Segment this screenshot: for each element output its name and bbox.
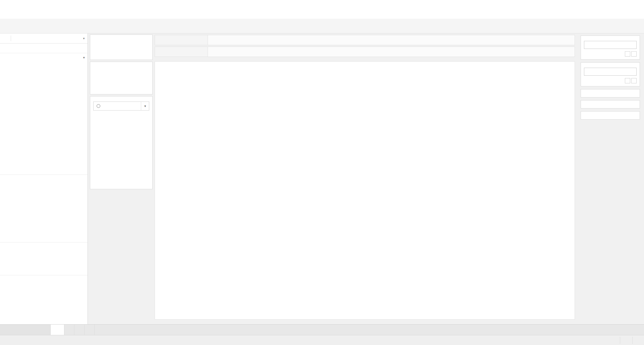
circle-mark-icon <box>97 104 100 108</box>
data-pane-tabs: ▾ <box>0 33 88 44</box>
profit-threshold-card <box>581 62 640 86</box>
restore-button[interactable] <box>613 0 629 9</box>
data-pane-spacer <box>0 260 88 275</box>
scatter-plot[interactable] <box>155 62 575 319</box>
right-panel <box>578 33 644 324</box>
sales-threshold-slider[interactable] <box>584 52 624 56</box>
data-source-tab[interactable] <box>0 325 50 335</box>
chevron-down-icon[interactable]: ▾ <box>83 56 85 59</box>
data-pane: ▾ ▾ <box>0 33 88 324</box>
new-dashboard-tab-button[interactable] <box>74 325 85 335</box>
dimensions-header: ▾ <box>0 53 88 62</box>
pages-card[interactable] <box>90 34 153 60</box>
chart-panel <box>155 61 575 320</box>
sales-threshold-card <box>581 36 640 60</box>
mark-type-caret-icon[interactable]: ▾ <box>141 102 149 110</box>
quick-filter-card <box>581 89 640 97</box>
measures-header <box>0 175 88 183</box>
slider-decrement-button[interactable] <box>625 51 630 57</box>
sheet1-tab[interactable] <box>50 325 64 335</box>
data-pane-menu-icon[interactable]: ▾ <box>80 33 88 43</box>
menu-bar <box>0 9 644 19</box>
filters-card[interactable] <box>90 62 153 94</box>
sets-list <box>0 251 88 260</box>
parameters-list <box>0 284 88 320</box>
columns-shelf-label <box>155 35 208 45</box>
sales-threshold-input[interactable] <box>584 41 637 49</box>
slider-decrement-button[interactable] <box>625 78 630 83</box>
marks-card[interactable]: ▾ <box>90 96 153 189</box>
new-worksheet-tab-button[interactable] <box>64 325 74 335</box>
slider-increment-button[interactable] <box>631 78 637 83</box>
parameters-header <box>0 275 88 284</box>
tab-data[interactable] <box>0 33 11 43</box>
datasource-item[interactable] <box>0 44 88 52</box>
window-controls <box>598 0 644 9</box>
sets-header <box>0 242 88 251</box>
measures-list <box>0 183 88 242</box>
cards-column: ▾ <box>88 33 154 324</box>
toolbar <box>0 19 644 33</box>
tab-analytics[interactable] <box>11 33 22 43</box>
main-area: ▾ ▾ <box>0 33 644 324</box>
rows-shelf-label <box>155 47 208 57</box>
mark-type-selector[interactable]: ▾ <box>93 101 150 111</box>
close-button[interactable] <box>629 0 644 9</box>
status-bar <box>0 335 644 345</box>
slider-increment-button[interactable] <box>631 51 637 57</box>
dimensions-list <box>0 62 88 175</box>
rows-shelf[interactable] <box>155 47 575 57</box>
color-legend-card <box>581 100 640 109</box>
minimize-button[interactable] <box>598 0 613 9</box>
new-story-tab-button[interactable] <box>85 325 95 335</box>
profit-threshold-slider[interactable] <box>584 78 624 83</box>
profit-threshold-input[interactable] <box>584 68 637 76</box>
title-bar <box>0 0 644 9</box>
size-legend-card <box>581 111 640 120</box>
sheet-tab-bar <box>0 324 644 335</box>
columns-shelf[interactable] <box>155 35 575 45</box>
view-column <box>154 33 578 324</box>
